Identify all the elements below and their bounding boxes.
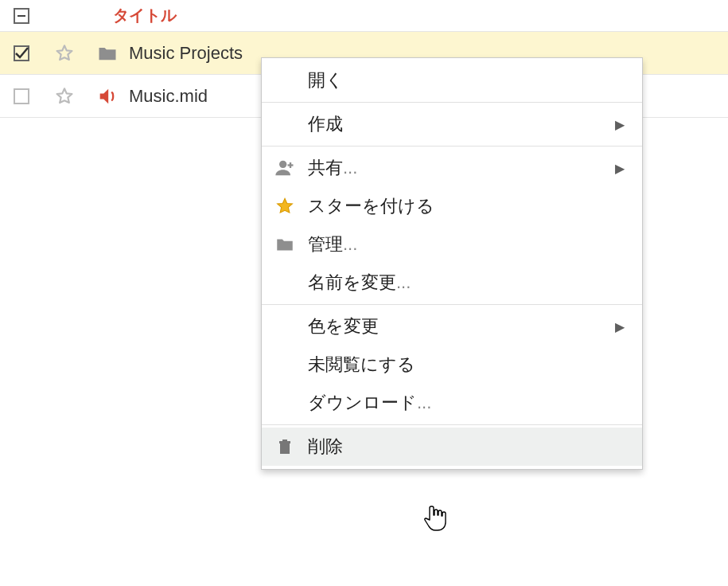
menu-item-star[interactable]: スターを付ける (262, 187, 642, 225)
menu-label: スターを付ける (308, 194, 610, 218)
svg-rect-9 (282, 440, 287, 441)
chevron-right-icon: ▶ (610, 319, 629, 334)
chevron-right-icon: ▶ (610, 161, 629, 176)
menu-label: 開く (308, 68, 610, 92)
menu-separator (262, 102, 642, 103)
header-checkbox[interactable] (0, 6, 43, 25)
header-title-label[interactable]: タイトル (113, 5, 177, 26)
menu-label-text: ダウンロード (308, 393, 417, 412)
menu-label: 管理... (308, 232, 610, 256)
cursor-hand-icon (423, 503, 449, 533)
menu-item-delete[interactable]: 削除 (262, 428, 642, 466)
menu-label: 名前を変更... (308, 271, 610, 295)
trash-icon (262, 436, 308, 457)
star-filled-icon (262, 196, 308, 217)
menu-item-rename[interactable]: 名前を変更... (262, 264, 642, 302)
menu-item-change-color[interactable]: 色を変更 ▶ (262, 307, 642, 346)
row-checkbox[interactable] (0, 44, 43, 63)
menu-item-download[interactable]: ダウンロード... (262, 384, 642, 422)
folder-icon (262, 234, 308, 255)
menu-separator (262, 304, 642, 305)
menu-label: ダウンロード... (308, 391, 610, 415)
row-star[interactable] (43, 43, 86, 64)
menu-item-open[interactable]: 開く (262, 61, 642, 100)
list-header: タイトル (0, 0, 728, 32)
person-add-icon (262, 157, 308, 179)
svg-rect-8 (279, 441, 290, 443)
svg-point-4 (279, 161, 286, 168)
audio-icon (96, 85, 119, 107)
row-star[interactable] (43, 86, 86, 107)
svg-rect-7 (280, 443, 290, 454)
menu-label: 削除 (308, 435, 610, 459)
context-menu: 開く 作成 ▶ 共有... ▶ スターを付ける (261, 57, 643, 470)
menu-item-manage[interactable]: 管理... (262, 225, 642, 264)
row-checkbox[interactable] (0, 87, 43, 106)
menu-label-text: 管理 (308, 234, 343, 254)
menu-separator (262, 146, 642, 146)
menu-label-text: 共有 (308, 158, 343, 178)
chevron-right-icon: ▶ (610, 117, 629, 132)
row-type-icon (86, 42, 129, 64)
menu-label-text: 名前を変更 (308, 272, 396, 292)
menu-label: 共有... (308, 156, 610, 180)
menu-label: 未閲覧にする (308, 353, 610, 377)
menu-label: 色を変更 (308, 314, 610, 338)
menu-item-share[interactable]: 共有... ▶ (262, 149, 642, 187)
menu-label: 作成 (308, 112, 610, 136)
menu-separator (262, 424, 642, 425)
menu-item-create[interactable]: 作成 ▶ (262, 105, 642, 143)
star-outline-icon (54, 43, 75, 64)
menu-item-mark-unread[interactable]: 未閲覧にする (262, 346, 642, 384)
row-type-icon (86, 85, 129, 107)
folder-icon (96, 42, 119, 64)
svg-rect-3 (14, 89, 29, 104)
star-outline-icon (54, 86, 75, 107)
